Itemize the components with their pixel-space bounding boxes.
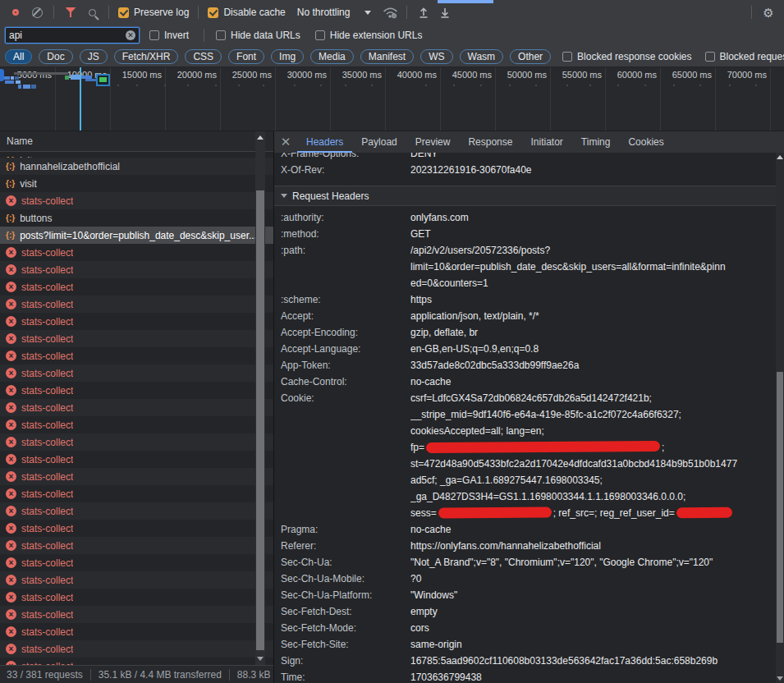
request-row[interactable]: ×stats-collect — [0, 347, 273, 364]
search-button[interactable] — [81, 2, 103, 23]
filter-checkbox-blocked-response-cookies[interactable]: Blocked response cookies — [562, 51, 691, 62]
filter-chip-js[interactable]: JS — [80, 49, 108, 64]
timeline-tick: 65000 ms — [661, 67, 716, 131]
preserve-log-checkbox[interactable]: Preserve log — [118, 7, 189, 18]
throttling-select[interactable]: No throttling — [297, 7, 372, 18]
checkbox-unchecked-icon — [216, 30, 226, 40]
request-row[interactable]: ×stats-collect — [0, 571, 273, 589]
error-icon: × — [6, 437, 16, 447]
scroll-down-icon[interactable] — [257, 657, 264, 661]
tab-initiator[interactable]: Initiator — [521, 131, 571, 153]
request-row[interactable]: ×stats-collect — [0, 278, 273, 296]
filter-chip-wasm[interactable]: Wasm — [460, 49, 504, 64]
scrollbar-thumb[interactable] — [256, 190, 264, 650]
filter-checkbox-invert[interactable]: Invert — [149, 30, 189, 41]
settings-button[interactable]: ⚙ — [758, 2, 779, 23]
section-title: Request Headers — [292, 190, 369, 202]
json-request-icon: {:} — [6, 231, 15, 240]
tab-preview[interactable]: Preview — [406, 131, 460, 153]
request-row[interactable]: ×stats-collect — [0, 589, 273, 606]
record-button[interactable] — [5, 2, 26, 23]
request-row[interactable]: ×stats-collect — [0, 606, 273, 623]
request-row[interactable]: ×stats-collect — [0, 416, 273, 433]
tab-timing[interactable]: Timing — [572, 131, 620, 153]
filter-chip-other[interactable]: Other — [510, 49, 551, 64]
filter-chip-font[interactable]: Font — [228, 49, 264, 64]
request-row[interactable]: ×stats-collect — [0, 192, 273, 209]
details-scrollbar[interactable] — [776, 153, 784, 683]
import-har-button[interactable] — [413, 2, 434, 23]
filter-chip-media[interactable]: Media — [310, 49, 354, 64]
close-details-icon[interactable]: ✕ — [274, 135, 297, 149]
filter-chip-img[interactable]: Img — [271, 49, 304, 64]
filter-chip-fetch-xhr[interactable]: Fetch/XHR — [114, 49, 179, 64]
request-row[interactable]: ×stats-collect — [0, 364, 273, 382]
filter-chip-ws[interactable]: WS — [420, 49, 452, 64]
scroll-up-icon[interactable] — [257, 135, 264, 140]
clear-network-log-button[interactable] — [26, 2, 48, 23]
requests-scrollbar[interactable] — [255, 131, 265, 665]
request-row[interactable]: {:}init — [0, 152, 273, 158]
scrollbar-thumb[interactable] — [777, 372, 783, 643]
timeline-tick: 40000 ms — [386, 67, 441, 131]
gear-icon: ⚙ — [763, 7, 773, 19]
request-row[interactable]: ×stats-collect — [0, 623, 273, 640]
filter-checkbox-blocked-requests[interactable]: Blocked requests — [705, 51, 784, 62]
request-row[interactable]: {:}hannahelizabethofficial — [0, 158, 273, 175]
request-row[interactable]: ×stats-collect — [0, 399, 273, 416]
request-row[interactable]: ×stats-collect — [0, 658, 273, 665]
request-name: stats-collect — [21, 523, 73, 534]
header-name: Pragma: — [274, 521, 410, 538]
request-row[interactable]: ×stats-collect — [0, 382, 273, 399]
request-row[interactable]: ×stats-collect — [0, 313, 273, 330]
request-row[interactable]: ×stats-collect — [0, 244, 273, 261]
disable-cache-checkbox[interactable]: Disable cache — [208, 7, 285, 18]
request-row[interactable]: ×stats-collect — [0, 468, 273, 485]
tab-cookies[interactable]: Cookies — [619, 131, 672, 153]
filter-chip-css[interactable]: CSS — [185, 49, 222, 64]
scroll-up-icon[interactable] — [777, 155, 783, 159]
request-row[interactable]: {:}posts?limit=10&order=publish_date_des… — [0, 227, 273, 244]
filter-checkbox-hide-extension-urls[interactable]: Hide extension URLs — [315, 30, 423, 41]
error-icon: × — [6, 195, 16, 206]
request-row[interactable]: {:}visit — [0, 175, 273, 192]
checkbox-unchecked-icon — [705, 52, 715, 62]
request-row[interactable]: ×stats-collect — [0, 330, 273, 347]
request-row[interactable]: ×stats-collect — [0, 640, 273, 658]
selected-request-marker — [96, 74, 110, 86]
request-row[interactable]: ×stats-collect — [0, 296, 273, 313]
clear-filter-icon[interactable]: ✕ — [126, 30, 135, 40]
header-row: Cookie:csrf=LdfcGX4Sa72db06824c657db26a5… — [274, 390, 776, 521]
request-row[interactable]: ×stats-collect — [0, 520, 273, 537]
request-row[interactable]: ×stats-collect — [0, 554, 273, 571]
header-row: X-Of-Rev:202312261916-30670fa40e — [274, 162, 776, 178]
name-column-header[interactable]: Name — [0, 131, 273, 152]
filter-toggle-button[interactable] — [60, 2, 81, 23]
filter-chip-all[interactable]: All — [5, 49, 32, 64]
tab-response[interactable]: Response — [459, 131, 521, 153]
request-row[interactable]: {:}buttons — [0, 209, 273, 227]
request-name: stats-collect — [21, 351, 73, 362]
request-row[interactable]: ×stats-collect — [0, 537, 273, 554]
timeline-brush-handle[interactable] — [0, 69, 4, 81]
disable-cache-label: Disable cache — [223, 7, 285, 18]
request-row[interactable]: ×stats-collect — [0, 485, 273, 502]
filter-chip-manifest[interactable]: Manifest — [360, 49, 414, 64]
request-name: stats-collect — [21, 644, 73, 655]
error-icon: × — [6, 592, 16, 603]
filter-checkbox-hide-data-urls[interactable]: Hide data URLs — [216, 30, 300, 41]
tab-payload[interactable]: Payload — [352, 131, 406, 153]
request-headers-section[interactable]: Request Headers — [274, 186, 776, 206]
request-row[interactable]: ×stats-collect — [0, 433, 273, 451]
scroll-down-icon[interactable] — [777, 676, 783, 681]
network-conditions-button[interactable] — [379, 2, 401, 23]
filter-input[interactable] — [9, 30, 126, 41]
timeline-overview[interactable]: 5000 ms10000 ms15000 ms20000 ms25000 ms3… — [0, 67, 784, 131]
request-row[interactable]: ×stats-collect — [0, 502, 273, 520]
filter-icon — [66, 7, 76, 17]
filter-chip-doc[interactable]: Doc — [39, 49, 72, 64]
export-har-button[interactable] — [434, 2, 456, 23]
tab-headers[interactable]: Headers — [297, 131, 352, 153]
request-row[interactable]: ×stats-collect — [0, 261, 273, 278]
request-row[interactable]: ×stats-collect — [0, 451, 273, 468]
